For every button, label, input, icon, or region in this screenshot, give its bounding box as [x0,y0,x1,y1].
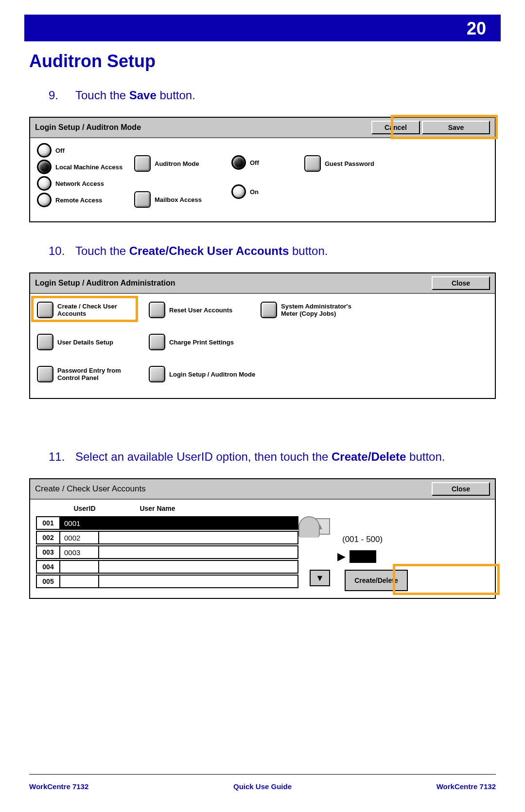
table-row[interactable]: 001 0001 [36,516,298,530]
row-userid: 0001 [60,517,99,529]
close-button[interactable]: Close [432,276,490,290]
scroll-handle-icon [298,516,320,538]
create-check-user-accounts-item: Create / Check User Accounts [37,302,149,318]
save-button[interactable]: Save [422,121,490,134]
step-bold: Create/Check User Accounts [129,244,289,257]
row-index: 002 [37,532,60,543]
login-setup-mode-button[interactable] [149,366,165,382]
row-username [99,561,298,573]
row-index: 005 [37,576,60,587]
step-text: Touch the Save button. [75,89,195,102]
footer: WorkCentre 7132 Quick Use Guide WorkCent… [29,774,496,791]
reset-user-accounts-button[interactable] [149,302,165,318]
step-9: 9. Touch the Save button. [49,89,496,102]
sys-admin-meter-button[interactable] [261,302,277,318]
goto-input[interactable] [350,550,376,563]
password-entry-button[interactable] [37,366,53,382]
step-bold: Create/Delete [332,450,406,463]
mailbox-access-button[interactable] [134,191,151,208]
password-entry-label: Password Entry from Control Panel [57,367,130,381]
close-button[interactable]: Close [432,482,490,496]
row-userid: 0002 [60,532,99,543]
step-post: button. [289,244,328,257]
row-index: 001 [37,517,60,529]
column-userid: UserID [60,505,109,512]
step-pre: Select an available UserID option, then … [75,450,332,463]
panel1-title: Login Setup / Auditron Mode [35,123,141,132]
mailbox-access-label: Mailbox Access [155,196,202,203]
radio-local-machine[interactable] [37,160,52,174]
charge-print-settings-button[interactable] [149,334,165,350]
column-username: User Name [109,505,206,512]
step-text: Touch the Create/Check User Accounts but… [75,244,328,258]
panel2-header: Login Setup / Auditron Administration Cl… [30,273,495,294]
sys-admin-meter-label: System Administrator's Meter (Copy Jobs) [281,303,354,317]
charge-print-label: Charge Print Settings [169,339,234,346]
step-bold: Save [129,89,157,102]
play-icon: ▶ [337,550,346,563]
row-username [99,517,298,529]
login-setup-mode-label: Login Setup / Auditron Mode [169,371,255,378]
row-userid: 0003 [60,546,99,558]
cancel-button[interactable]: Cancel [371,121,420,134]
radio-off-label: Off [55,147,65,154]
step-text: Select an available UserID option, then … [75,450,445,464]
user-table: 001 0001 002 0002 003 0003 004 [36,516,298,591]
radio-mode-on[interactable] [231,184,246,199]
step-pre: Touch the [75,89,129,102]
radio-network[interactable] [37,176,52,191]
footer-left: WorkCentre 7132 [29,782,88,791]
table-row[interactable]: 003 0003 [36,545,298,559]
table-row[interactable]: 002 0002 [36,531,298,544]
row-username [99,576,298,587]
user-details-setup-button[interactable] [37,334,53,350]
auditron-mode-label: Auditron Mode [155,160,199,167]
scroll-down-button[interactable]: ▼ [310,570,330,586]
radio-remote-label: Remote Access [55,197,102,204]
panel-auditron-admin: Login Setup / Auditron Administration Cl… [29,272,496,399]
header-bar: 20 [24,15,501,41]
page-number: 20 [467,18,486,39]
row-userid [60,576,99,587]
step-number: 11. [49,450,75,464]
footer-center: Quick Use Guide [233,782,292,791]
goto-row: ▶ [337,550,489,563]
step-post: button. [157,89,195,102]
step-number: 10. [49,244,75,258]
create-check-label: Create / Check User Accounts [57,303,130,317]
step-10: 10. Touch the Create/Check User Accounts… [49,244,496,258]
reset-user-label: Reset User Accounts [169,307,232,314]
row-username [99,546,298,558]
panel-auditron-mode: Login Setup / Auditron Mode Cancel Save … [29,117,496,222]
radio-off[interactable] [37,143,52,158]
radio-mode-off[interactable] [231,155,246,170]
guest-password-label: Guest Password [325,160,374,167]
radio-remote[interactable] [37,193,52,207]
row-index: 003 [37,546,60,558]
table-row[interactable]: 004 [36,560,298,574]
row-index: 004 [37,561,60,573]
user-details-label: User Details Setup [57,339,113,346]
step-post: button. [406,450,445,463]
page-title: Auditron Setup [29,51,496,72]
radio-mode-on-label: On [250,188,259,196]
step-pre: Touch the [75,244,129,257]
radio-network-label: Network Access [55,180,104,187]
create-check-user-accounts-button[interactable] [37,302,53,318]
table-row[interactable]: 005 [36,575,298,588]
panel-create-check-users: Create / Check User Accounts Close UserI… [29,478,496,599]
panel2-title: Login Setup / Auditron Administration [35,279,175,288]
auditron-mode-button[interactable] [134,155,151,172]
footer-right: WorkCentre 7132 [437,782,496,791]
panel1-header: Login Setup / Auditron Mode Cancel Save [30,118,495,138]
step-11: 11. Select an available UserID option, t… [49,450,496,464]
create-delete-button[interactable]: Create/Delete [345,570,408,591]
radio-mode-off-label: Off [250,159,259,166]
panel3-header: Create / Check User Accounts Close [30,479,495,500]
radio-local-label: Local Machine Access [55,163,122,171]
guest-password-button[interactable] [304,155,321,172]
row-username [99,532,298,543]
row-userid [60,561,99,573]
range-label: (001 - 500) [342,535,489,544]
panel3-title: Create / Check User Accounts [35,484,146,494]
